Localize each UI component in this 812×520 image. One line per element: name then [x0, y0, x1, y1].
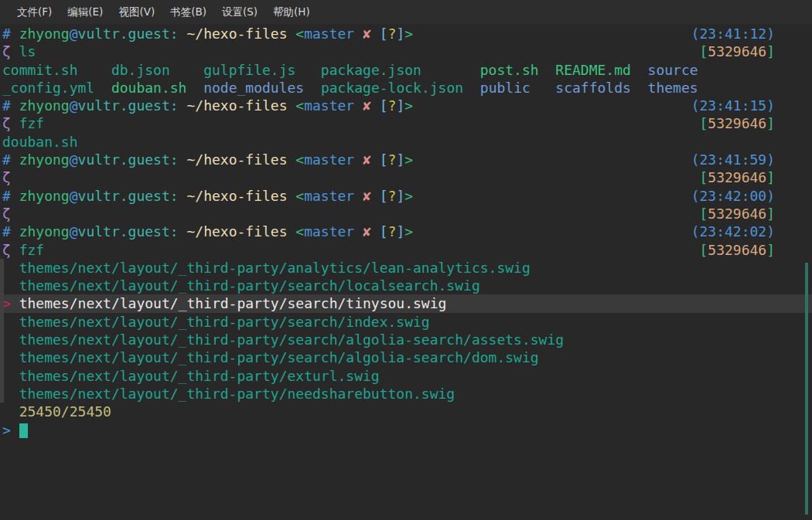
- text-segment: ζ: [2, 115, 19, 131]
- text-segment: @: [70, 223, 78, 240]
- text-segment: zhyong: [19, 97, 70, 114]
- text-segment: ?: [388, 97, 397, 114]
- text-segment: master: [304, 97, 363, 114]
- text-segment: <: [295, 188, 304, 204]
- text-segment: zhyong: [19, 188, 70, 204]
- text-segment: #: [2, 151, 19, 168]
- terminal-screen[interactable]: # zhyong@vultr.guest: ~/hexo-files <mast…: [0, 24, 812, 520]
- text-segment: db.json: [111, 62, 170, 78]
- text-segment: [: [699, 206, 708, 222]
- menu-view[interactable]: 视图(V): [111, 0, 162, 24]
- menu-edit[interactable]: 编辑(E): [60, 0, 111, 24]
- menu-help[interactable]: 帮助(H): [265, 0, 318, 24]
- text-segment: ~/hexo-files: [186, 97, 295, 114]
- menu-file[interactable]: 文件(F): [9, 0, 60, 24]
- text-segment: 5329646: [708, 242, 766, 258]
- prompt-line: # zhyong@vultr.guest: ~/hexo-files <mast…: [0, 25, 812, 42]
- text-segment: >: [404, 151, 413, 168]
- text-segment: master: [304, 188, 363, 204]
- text-segment: ]: [396, 25, 404, 42]
- command-line: ζ [5329646]: [0, 205, 812, 223]
- command-line: ζ fzf[5329646]: [0, 114, 812, 132]
- text-segment: ]: [766, 169, 775, 185]
- text-segment: themes/next/layout/_third-party/search/i…: [19, 314, 430, 330]
- text-segment: zhyong: [19, 151, 70, 168]
- text-segment: ✘: [363, 97, 380, 114]
- text-segment: >: [2, 422, 19, 438]
- text-segment: package-lock.json: [321, 80, 463, 96]
- scrollbar-thumb[interactable]: [805, 263, 808, 515]
- prompt-line: # zhyong@vultr.guest: ~/hexo-files <mast…: [0, 187, 812, 205]
- text-segment: themes/next/layout/_third-party/exturl.s…: [19, 368, 380, 384]
- text-segment: ]: [396, 223, 404, 240]
- text-segment: themes: [648, 80, 698, 96]
- text-segment: 5329646: [708, 43, 766, 59]
- text-segment: #: [2, 25, 19, 42]
- text-segment: fzf: [19, 115, 45, 131]
- terminal-line: douban.sh: [0, 133, 812, 151]
- text-segment: ζ: [2, 206, 19, 222]
- text-segment: themes/next/layout/_third-party/search/a…: [19, 349, 539, 365]
- text-segment: ~/hexo-files: [186, 188, 295, 204]
- text-segment: master: [304, 223, 363, 240]
- text-segment: [2, 349, 19, 365]
- text-segment: ]: [766, 242, 775, 258]
- text-segment: themes/next/layout/_third-party/search/t…: [19, 295, 447, 311]
- text-segment: zhyong: [19, 25, 70, 42]
- text-segment: ?: [388, 188, 397, 204]
- text-segment: [304, 80, 321, 96]
- text-segment: README.md: [555, 62, 631, 78]
- menu-settings[interactable]: 设置(S): [214, 0, 265, 24]
- text-segment: _config.yml: [2, 80, 94, 96]
- terminal-output: # zhyong@vultr.guest: ~/hexo-files <mast…: [0, 25, 812, 439]
- text-segment: ]: [396, 188, 404, 204]
- text-segment: node_modules: [203, 80, 304, 96]
- text-segment: #: [2, 188, 19, 204]
- menu-bar: 文件(F) 编辑(E) 视图(V) 书签(B) 设置(S) 帮助(H): [0, 0, 812, 24]
- text-segment: vultr.guest:: [78, 151, 187, 168]
- text-segment: #: [2, 223, 19, 240]
- text-segment: package.json: [321, 62, 421, 78]
- text-segment: ~/hexo-files: [186, 25, 295, 42]
- text-segment: source: [648, 62, 698, 78]
- text-segment: master: [304, 151, 363, 168]
- prompt-timestamp: (23:42:00): [691, 187, 775, 205]
- text-segment: ~/hexo-files: [186, 223, 295, 240]
- text-segment: @: [70, 188, 78, 204]
- text-segment: #: [2, 97, 19, 114]
- text-segment: (23:42:02): [691, 223, 775, 240]
- text-segment: ?: [388, 151, 397, 168]
- job-badge: [5329646]: [699, 205, 775, 223]
- text-segment: fzf: [19, 242, 45, 258]
- job-badge: [5329646]: [699, 168, 775, 186]
- fzf-item: themes/next/layout/_third-party/search/a…: [0, 331, 812, 348]
- menu-bookmarks[interactable]: 书签(B): [162, 0, 214, 24]
- prompt-timestamp: (23:42:02): [691, 223, 775, 240]
- text-segment: [463, 80, 480, 96]
- text-segment: 5329646: [708, 169, 766, 185]
- text-segment: (23:41:12): [691, 25, 775, 42]
- text-segment: zhyong: [19, 223, 70, 240]
- terminal-line: 25450/25450: [0, 403, 812, 420]
- text-segment: themes/next/layout/_third-party/search/a…: [19, 331, 564, 348]
- text-segment: @: [70, 25, 78, 42]
- text-segment: [2, 403, 19, 420]
- text-segment: [421, 62, 480, 78]
- text-segment: themes/next/layout/_third-party/needshar…: [19, 386, 455, 402]
- fzf-item: themes/next/layout/_third-party/exturl.s…: [0, 367, 812, 385]
- text-segment: ✘: [363, 188, 380, 204]
- text-segment: [: [699, 169, 708, 185]
- text-segment: <: [295, 97, 304, 114]
- text-segment: commit.sh: [2, 62, 78, 78]
- terminal-line: commit.sh db.json gulpfile.js package.js…: [0, 61, 812, 79]
- text-segment: <: [295, 25, 304, 42]
- text-segment: ✘: [363, 25, 380, 42]
- text-segment: ✘: [363, 223, 380, 240]
- text-segment: [: [380, 223, 388, 240]
- text-segment: [295, 62, 321, 78]
- text-segment: vultr.guest:: [78, 97, 187, 114]
- text-segment: [2, 277, 19, 294]
- text-segment: ]: [396, 151, 404, 168]
- text-segment: [2, 260, 19, 276]
- text-segment: ]: [766, 115, 775, 131]
